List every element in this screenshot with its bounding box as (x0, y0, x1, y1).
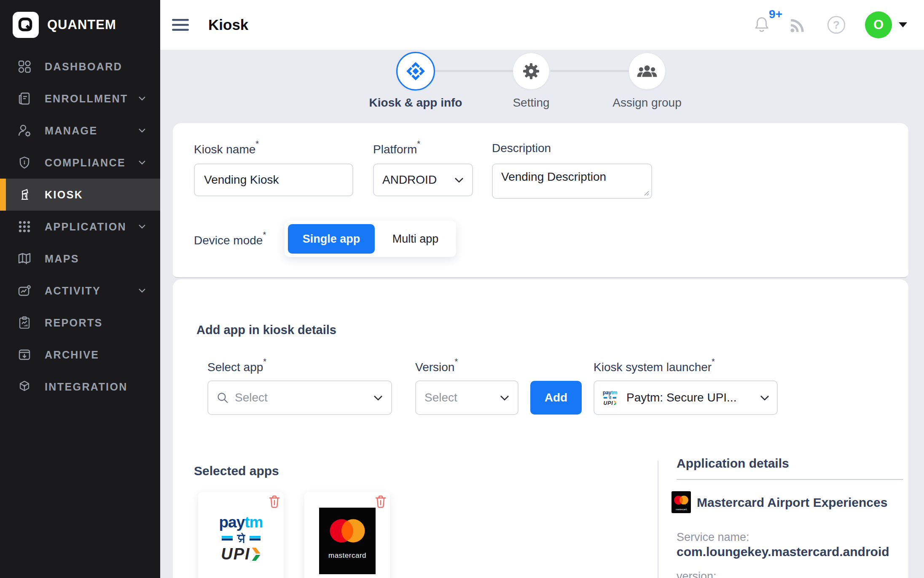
application-details-heading: Application details (677, 456, 789, 471)
maps-icon (17, 251, 32, 266)
selected-app-card-paytm[interactable]: paytm UPI (198, 492, 284, 578)
paytm-upi-logo: paytm UPI (599, 387, 620, 408)
chevron-down-icon (138, 160, 146, 165)
details-divider (658, 460, 658, 578)
launcher-value: Paytm: Secure UPI... (626, 391, 754, 404)
add-app-heading: Add app in kiosk details (196, 323, 336, 337)
sidebar-item-label: APPLICATION (45, 221, 126, 233)
group-icon (637, 64, 658, 79)
sidebar-item-label: COMPLIANCE (45, 157, 126, 169)
device-mode-label: Device mode* (194, 233, 266, 247)
sidebar-item-application[interactable]: APPLICATION (0, 211, 160, 243)
kiosk-app-info-icon (406, 62, 425, 81)
version-label-clipped: version: (677, 570, 717, 578)
upi-arrow-icon (252, 548, 261, 561)
version-placeholder: Select (424, 391, 494, 404)
sidebar-item-label: INTEGRATION (45, 381, 128, 393)
kiosk-name-input[interactable] (194, 163, 353, 196)
add-button[interactable]: Add (530, 381, 582, 415)
description-label: Description (492, 142, 551, 155)
sidebar: QUANTEM DASHBOARD ENROLLMENT MAN (0, 0, 160, 578)
search-icon (217, 392, 229, 404)
chevron-down-icon (373, 395, 383, 401)
page-title: Kiosk (208, 16, 248, 33)
rss-icon (789, 16, 807, 34)
delete-app-button[interactable] (268, 494, 281, 508)
reports-icon (17, 315, 32, 330)
upi-arrow-icon (614, 401, 617, 405)
chevron-down-icon (500, 395, 509, 401)
sidebar-item-compliance[interactable]: COMPLIANCE (0, 147, 160, 179)
sidebar-item-enrollment[interactable]: ENROLLMENT (0, 83, 160, 115)
selected-app-card-mastercard[interactable]: mastercard (304, 492, 390, 578)
app-config-card: Add app in kiosk details Select app* Sel… (173, 279, 908, 578)
delete-app-button[interactable] (374, 494, 387, 508)
sidebar-item-label: REPORTS (45, 317, 103, 329)
notifications-button[interactable]: 9+ (752, 15, 771, 35)
service-name-label: Service name: (677, 531, 749, 544)
sidebar-item-manage[interactable]: MANAGE (0, 115, 160, 147)
application-icon (17, 219, 32, 234)
mastercard-circles-icon (325, 517, 369, 545)
step-assign-group[interactable] (629, 53, 665, 89)
sidebar-item-kiosk[interactable]: KIOSK (0, 179, 160, 211)
gear-icon (522, 62, 540, 80)
sidebar-item-label: MAPS (45, 253, 79, 265)
sidebar-item-label: MANAGE (45, 125, 98, 137)
compliance-icon (17, 155, 32, 170)
help-icon: ? (826, 15, 846, 35)
device-mode-multi-app[interactable]: Multi app (375, 224, 456, 254)
sidebar-item-label: KIOSK (45, 189, 83, 201)
feed-button[interactable] (789, 16, 807, 34)
sidebar-item-activity[interactable]: ACTIVITY (0, 275, 160, 307)
device-mode-toggle: Single app Multi app (285, 221, 456, 257)
chevron-down-icon (138, 224, 146, 229)
chevron-down-icon (454, 177, 464, 183)
kiosk-system-launcher-dropdown[interactable]: paytm UPI Paytm: Secure UPI... (594, 380, 778, 415)
chevron-down-icon (138, 288, 146, 293)
required-mark: * (255, 139, 259, 148)
trash-icon (374, 494, 387, 508)
integration-icon (17, 379, 32, 394)
step-kiosk-app-info[interactable] (396, 52, 435, 91)
version-dropdown[interactable]: Select (415, 380, 518, 415)
application-name: Mastercard Airport Experiences (697, 495, 887, 510)
platform-select[interactable]: ANDROID (373, 163, 473, 196)
resize-grip-icon[interactable] (643, 190, 649, 196)
description-textarea[interactable]: Vending Description (492, 163, 652, 199)
paytm-se-glyph (236, 533, 246, 543)
sidebar-item-archive[interactable]: ARCHIVE (0, 339, 160, 371)
paytm-upi-logo: paytm UPI (198, 515, 284, 561)
description-field: Vending Description (492, 163, 652, 199)
kiosk-name-label: Kiosk name* (194, 142, 259, 156)
stepper-connector (550, 70, 629, 72)
sidebar-item-label: ARCHIVE (45, 349, 99, 361)
topbar: Kiosk 9+ ? O (160, 0, 924, 50)
select-app-dropdown[interactable]: Select (207, 380, 392, 415)
chevron-down-icon (138, 96, 146, 101)
kiosk-system-launcher-label: Kiosk system launcher* (594, 359, 715, 374)
sidebar-item-dashboard[interactable]: DASHBOARD (0, 51, 160, 83)
chevron-down-icon (760, 395, 769, 401)
menu-toggle-button[interactable] (172, 19, 189, 31)
activity-icon (17, 283, 32, 298)
step-setting[interactable] (513, 53, 549, 89)
stepper-connector (435, 70, 513, 72)
device-mode-single-app[interactable]: Single app (288, 224, 375, 254)
chevron-down-icon (138, 128, 146, 133)
main-content: Kiosk & app info Setting Assign group Ki… (160, 50, 924, 578)
sidebar-item-reports[interactable]: REPORTS (0, 307, 160, 339)
brand: QUANTEM (0, 0, 160, 49)
manage-icon (17, 123, 32, 138)
avatar[interactable]: O (865, 11, 892, 38)
select-app-label: Select app* (207, 359, 266, 374)
help-button[interactable]: ? (826, 15, 846, 35)
kiosk-info-card: Kiosk name* Platform* ANDROID Descriptio… (173, 123, 908, 277)
mastercard-wordmark: mastercard (328, 551, 366, 560)
selected-apps-heading: Selected apps (194, 464, 279, 478)
brand-logo-icon (13, 12, 39, 38)
sidebar-item-maps[interactable]: MAPS (0, 243, 160, 275)
caret-down-icon[interactable] (899, 22, 907, 27)
hamburger-icon (172, 19, 189, 31)
sidebar-item-integration[interactable]: INTEGRATION (0, 371, 160, 403)
